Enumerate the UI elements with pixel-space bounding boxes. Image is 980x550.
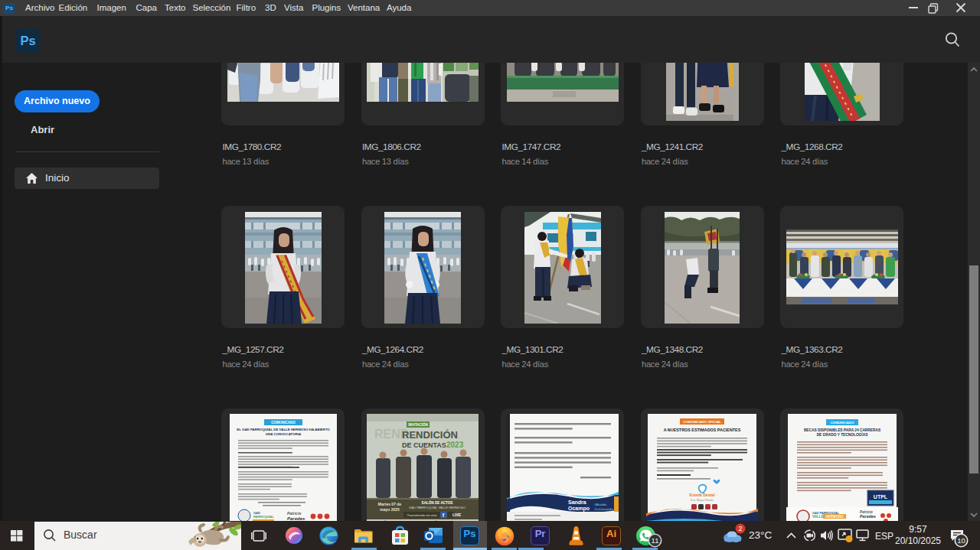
- svg-text:UNA CONVOCATORIA: UNA CONVOCATORIA: [265, 432, 301, 436]
- svg-text:BECAS DISPONIBLES PARA 24 CARR: BECAS DISPONIBLES PARA 24 CARRERAS: [803, 428, 880, 432]
- svg-text:LIVE: LIVE: [452, 513, 462, 517]
- svg-text:INVITACIÓN: INVITACIÓN: [408, 421, 428, 427]
- svg-text:COMUNICADO OFICIAL: COMUNICADO OFICIAL: [683, 420, 721, 424]
- svg-text:Ocampo: Ocampo: [568, 506, 590, 512]
- svg-text:mayo 2025: mayo 2025: [380, 507, 400, 512]
- svg-text:#Alcaldia: #Alcaldia: [594, 503, 607, 506]
- svg-text:Estetik Dental: Estetik Dental: [689, 493, 715, 497]
- svg-text:GAD PARROQUIAL VALLE HERMOSO: GAD PARROQUIAL VALLE HERMOSO: [409, 506, 466, 509]
- svg-text:Transmisión en vivo: Transmisión en vivo: [407, 513, 437, 517]
- svg-text:UTPL: UTPL: [873, 494, 887, 500]
- svg-text:DE CUENTAS: DE CUENTAS: [402, 441, 446, 449]
- svg-text:VALLE: VALLE: [812, 515, 824, 519]
- svg-text:Dra. Mayra Pinzón: Dra. Mayra Pinzón: [691, 499, 714, 502]
- svg-text:Martes 07 de: Martes 07 de: [378, 502, 402, 506]
- svg-text:2023: 2023: [446, 441, 464, 449]
- svg-text:EL GAD PARROQUIAL DE VALLE HER: EL GAD PARROQUIAL DE VALLE HERMOSO HA AB…: [237, 428, 330, 431]
- svg-text:COMUNICADO: COMUNICADO: [271, 421, 296, 425]
- svg-text:11: 11: [652, 536, 659, 545]
- svg-text:Sandra: Sandra: [568, 500, 586, 505]
- svg-text:10: 10: [957, 536, 965, 545]
- svg-text:A NUESTROS ESTIMADOS PACIENTES: A NUESTROS ESTIMADOS PACIENTES: [664, 428, 741, 432]
- svg-text:2: 2: [738, 525, 742, 532]
- svg-text:RENDICIÓN: RENDICIÓN: [402, 429, 458, 441]
- svg-text:HERMOSO: HERMOSO: [825, 515, 844, 519]
- svg-text:PARROQUIAL: PARROQUIAL: [253, 515, 274, 519]
- svg-text:#LaConcordia: #LaConcordia: [594, 507, 614, 511]
- svg-text:DE GRADO Y TECNOLOGÍAS: DE GRADO Y TECNOLOGÍAS: [816, 431, 868, 437]
- svg-text:Patricio: Patricio: [287, 511, 301, 516]
- svg-text:SALÓN DE ACTOS: SALÓN DE ACTOS: [422, 500, 453, 505]
- svg-text:COMUNICADO: COMUNICADO: [830, 421, 854, 425]
- svg-text:Paredes: Paredes: [860, 514, 876, 519]
